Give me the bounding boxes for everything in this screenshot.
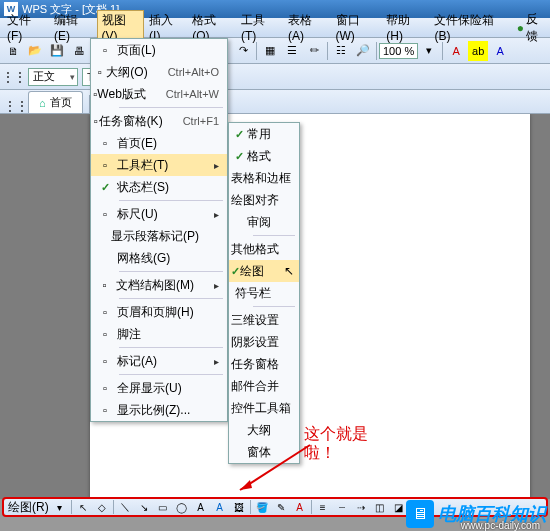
- submenu-arrow-icon: ▸: [214, 209, 219, 220]
- columns-icon[interactable]: ☰: [282, 41, 302, 61]
- view-menu-item[interactable]: ▫标记(A)▸: [91, 350, 227, 372]
- menu-item-label: 任务窗格: [231, 356, 299, 373]
- tabs-handle-icon[interactable]: ⋮⋮: [4, 99, 28, 113]
- view-menu-item[interactable]: ▫大纲(O)Ctrl+Alt+O: [91, 61, 227, 83]
- select-icon[interactable]: ↖: [75, 499, 91, 515]
- view-menu-item[interactable]: ✓状态栏(S): [91, 176, 227, 198]
- find-icon[interactable]: 🔎: [353, 41, 373, 61]
- toolbar-menu-item[interactable]: 大纲: [229, 419, 299, 441]
- annotation-arrow: [230, 440, 320, 500]
- feedback-link[interactable]: ● 反馈: [517, 11, 548, 45]
- view-menu-item[interactable]: ▫文档结构图(M)▸: [91, 274, 227, 296]
- menu-item-label: 首页(E): [117, 135, 219, 152]
- docmap-icon[interactable]: ☷: [331, 41, 351, 61]
- toolbar-menu-item[interactable]: ✓常用: [229, 123, 299, 145]
- menu-item-label: 绘图: [240, 263, 284, 280]
- format-handle-icon[interactable]: ⋮⋮: [2, 70, 26, 84]
- toolbar-menu-item[interactable]: 邮件合并: [229, 375, 299, 397]
- view-menu-item[interactable]: ▫全屏显示(U): [91, 377, 227, 399]
- menu-item-label: 符号栏: [235, 285, 291, 302]
- wordart-icon[interactable]: A: [212, 499, 228, 515]
- toolbar-menu-item[interactable]: 其他格式: [229, 238, 299, 260]
- standard-toolbar: 🗎 📂 💾 🖶 🔍 ✂ ⧉ 📋 🖌 ↶ ↷ ▦ ☰ ✏ ☷ 🔎 100 % ▾ …: [0, 38, 550, 64]
- toolbar-menu-item[interactable]: 表格和边框: [229, 167, 299, 189]
- submenu-arrow-icon: ▸: [214, 160, 219, 171]
- view-menu-dropdown: ▫页面(L)▫大纲(O)Ctrl+Alt+O▫Web版式Ctrl+Alt+W▫任…: [90, 38, 228, 422]
- page-icon: ▫: [93, 44, 117, 56]
- zoom-box[interactable]: 100 %: [379, 43, 418, 59]
- fontcolor2-icon[interactable]: A: [292, 499, 308, 515]
- menu-item-label: 控件工具箱: [231, 400, 311, 417]
- menu-item-label: 脚注: [117, 326, 219, 343]
- char-a-icon[interactable]: A: [446, 41, 466, 61]
- zoom-dropdown-icon[interactable]: ▾: [419, 41, 439, 61]
- menu-item-label: 显示比例(Z)...: [117, 402, 219, 419]
- menu-item-label: 页面(L): [117, 42, 219, 59]
- chevron-down-icon[interactable]: ▾: [52, 499, 68, 515]
- open-icon[interactable]: 📂: [25, 41, 45, 61]
- style-dropdown[interactable]: 正文: [28, 68, 78, 86]
- toolbar-menu-item[interactable]: 绘图对齐: [229, 189, 299, 211]
- cursor-icon: ↖: [284, 264, 294, 278]
- drawing-label[interactable]: 绘图(R): [8, 499, 49, 516]
- toolbar-menu-item[interactable]: 任务窗格: [229, 353, 299, 375]
- toolbar-menu-item[interactable]: ✓绘图↖: [229, 260, 299, 282]
- menu-item-label: 任务窗格(K): [99, 113, 183, 130]
- check-icon: ✓: [231, 150, 247, 163]
- view-menu-item[interactable]: ▫首页(E): [91, 132, 227, 154]
- view-menu-item[interactable]: ▫Web版式Ctrl+Alt+W: [91, 83, 227, 105]
- redo-icon[interactable]: ↷: [233, 41, 253, 61]
- mark-icon: ▫: [93, 355, 117, 367]
- menu-shortcut: Ctrl+Alt+O: [168, 66, 219, 78]
- menu-shortcut: Ctrl+F1: [183, 115, 219, 127]
- toolbar-menu-item[interactable]: 控件工具箱: [229, 397, 299, 419]
- print-icon[interactable]: 🖶: [69, 41, 89, 61]
- new-icon[interactable]: 🗎: [3, 41, 23, 61]
- view-menu-item[interactable]: ▫页眉和页脚(H): [91, 301, 227, 323]
- arrow-icon[interactable]: ↘: [136, 499, 152, 515]
- shadow-icon[interactable]: ◫: [372, 499, 388, 515]
- highlight-icon[interactable]: ab: [468, 41, 488, 61]
- view-menu-item[interactable]: ▫脚注: [91, 323, 227, 345]
- header-icon: ▫: [93, 306, 117, 318]
- linecolor-icon[interactable]: ✎: [273, 499, 289, 515]
- check-icon: ✓: [231, 265, 240, 278]
- rect-icon[interactable]: ▭: [155, 499, 171, 515]
- zoom-icon: ▫: [93, 404, 117, 416]
- formatting-toolbar: ⋮⋮ 正文 Tim: [0, 64, 550, 90]
- docmap-icon: ▫: [93, 279, 116, 291]
- image-icon[interactable]: 🖼: [231, 499, 247, 515]
- view-menu-item[interactable]: ▫显示比例(Z)...: [91, 399, 227, 421]
- oval-icon[interactable]: ◯: [174, 499, 190, 515]
- view-menu-item[interactable]: ▫页面(L): [91, 39, 227, 61]
- arrowstyle-icon[interactable]: ⇢: [353, 499, 369, 515]
- dashstyle-icon[interactable]: ┄: [334, 499, 350, 515]
- fontcolor-icon[interactable]: A: [490, 41, 510, 61]
- save-icon[interactable]: 💾: [47, 41, 67, 61]
- line-icon[interactable]: ＼: [117, 499, 133, 515]
- home-icon: ▫: [93, 137, 117, 149]
- menu-item-label: 全屏显示(U): [117, 380, 219, 397]
- linestyle-icon[interactable]: ≡: [315, 499, 331, 515]
- tab-home[interactable]: ⌂ 首页: [28, 91, 83, 113]
- table-icon[interactable]: ▦: [260, 41, 280, 61]
- toolbar-menu-item[interactable]: 符号栏: [229, 282, 299, 304]
- drawing-icon[interactable]: ✏: [304, 41, 324, 61]
- view-menu-item[interactable]: 网格线(G): [91, 247, 227, 269]
- fillcolor-icon[interactable]: 🪣: [254, 499, 270, 515]
- textbox-icon[interactable]: A: [193, 499, 209, 515]
- view-menu-item[interactable]: ▫工具栏(T)▸: [91, 154, 227, 176]
- 3d-icon[interactable]: ◪: [391, 499, 407, 515]
- footnote-icon: ▫: [93, 328, 117, 340]
- watermark-url: www.pc-daily.com: [461, 520, 540, 531]
- view-menu-item[interactable]: 显示段落标记(P): [91, 225, 227, 247]
- toolbar-menu-item[interactable]: ✓格式: [229, 145, 299, 167]
- toolbar-menu-item[interactable]: 审阅: [229, 211, 299, 233]
- watermark-badge-icon: 🖥: [406, 500, 434, 528]
- menu-item-label: 邮件合并: [231, 378, 299, 395]
- autoshapes-icon[interactable]: ◇: [94, 499, 110, 515]
- view-menu-item[interactable]: ▫任务窗格(K)Ctrl+F1: [91, 110, 227, 132]
- toolbar-menu-item[interactable]: 三维设置: [229, 309, 299, 331]
- toolbar-menu-item[interactable]: 阴影设置: [229, 331, 299, 353]
- view-menu-item[interactable]: ▫标尺(U)▸: [91, 203, 227, 225]
